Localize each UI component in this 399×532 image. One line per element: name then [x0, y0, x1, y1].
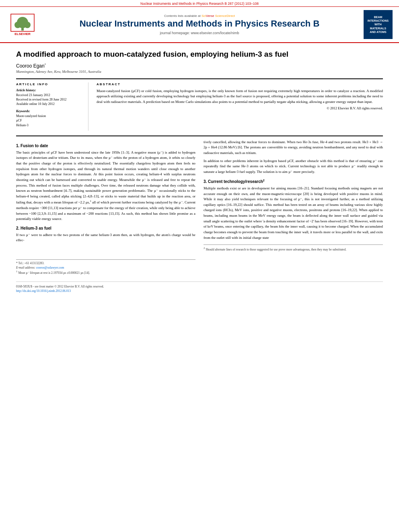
section2-para2: In addition to other problems inherent i…: [204, 158, 383, 175]
footnote1: 1 Mean µ⁻ lifespan at rest is 2.197034 µ…: [16, 270, 195, 275]
section2-heading: 2. Helium-3 as fuel: [16, 226, 195, 230]
body-columns: 1. Fusion to date The basic principles o…: [16, 140, 383, 275]
section2-para1: If two µ⁻ were to adhere to the two prot…: [16, 232, 195, 243]
article-title: A modified approach to muon-catalyzed fu…: [16, 49, 383, 60]
section-divider-top: [16, 78, 383, 79]
sci-text: Sci: [202, 14, 206, 18]
journal-title: Nuclear Instruments and Methods in Physi…: [39, 18, 360, 29]
section3-heading: 3. Current technology/research2: [204, 179, 383, 184]
footer-copyright: 0168-583X/$ - see front matter © 2012 El…: [16, 284, 383, 289]
keyword2: µCF: [16, 118, 83, 123]
page-footer: 0168-583X/$ - see front matter © 2012 El…: [16, 281, 383, 294]
copyright-text: © 2012 Elsevier B.V. All rights reserved…: [97, 106, 383, 110]
footnote-tel: * Tel.: +61 413132283.: [16, 261, 195, 266]
journal-citation: Nuclear Instruments and Methods in Physi…: [140, 2, 259, 6]
article-info-panel: ARTICLE INFO Article history: Received 2…: [16, 82, 88, 131]
author-name: Cooroo Egan*: [16, 63, 383, 69]
section1-para1: The basic principles of µCF have been un…: [16, 150, 195, 222]
received-date: Received 23 January 2012: [16, 93, 83, 97]
footnote-email: E-mail address: cooroo@ozlawyer.com: [16, 266, 195, 270]
footnote-divider-right: [204, 244, 383, 245]
abstract-panel: ABSTRACT Muon-catalyzed fusion (µCF) or …: [97, 82, 383, 131]
section-divider-bottom: [16, 136, 383, 136]
keywords-label: Keywords:: [16, 109, 83, 113]
author-sup: *: [45, 63, 46, 66]
right-logo-area: BEAMINTERACTIONSWITHMATERIALSAND ATOMS: [360, 10, 393, 39]
footnote2: 2 Should alternate lines of research to …: [204, 246, 383, 252]
author-affiliation: Mannington, Adeney Ave, Kew, Melbourne 3…: [16, 70, 383, 74]
beam-interactions-box: BEAMINTERACTIONSWITHMATERIALSAND ATOMS: [364, 10, 393, 39]
elsevier-label: ELSEVIER: [14, 32, 31, 36]
verse-text: Verse: [206, 14, 214, 18]
keyword1: Muon-catalyzed fusion: [16, 114, 83, 118]
footnotes-left: * Tel.: +61 413132283. E-mail address: c…: [16, 259, 195, 275]
revised-date: Received in revised form 28 June 2012: [16, 97, 83, 102]
keyword3: Helium-3: [16, 123, 83, 127]
journal-citation-bar: Nuclear Instruments and Methods in Physi…: [0, 0, 399, 7]
homepage-label: journal homepage: www.elsevier.com/locat…: [160, 31, 239, 35]
sd-text: ScienceDirect: [215, 14, 235, 18]
section2-continued: tively cancelled, allowing the nuclear f…: [204, 140, 383, 156]
info-abstract-section: ARTICLE INFO Article history: Received 2…: [16, 82, 383, 131]
abstract-text: Muon-catalyzed fusion (µCF) or cold fusi…: [97, 88, 383, 105]
main-content: A modified approach to muon-catalyzed fu…: [0, 43, 399, 302]
right-column: tively cancelled, allowing the nuclear f…: [204, 140, 383, 275]
article-history-block: Article history: Received 23 January 201…: [16, 88, 83, 107]
elsevier-tree-icon: [10, 14, 35, 32]
svg-point-2: [14, 22, 21, 28]
abstract-label: ABSTRACT: [97, 82, 383, 86]
journal-header: ELSEVIER Contents lists available at Sci…: [0, 7, 399, 43]
doi-link[interactable]: http://dx.doi.org/10.1016/j.nimb.2012.06…: [16, 289, 71, 293]
footnote-divider: [16, 259, 195, 260]
author-name-text: Cooroo Egan: [16, 63, 45, 69]
elsevier-logo: ELSEVIER: [6, 14, 39, 36]
available-date: Available online 10 July 2012: [16, 102, 83, 106]
journal-center-section: Contents lists available at SciVerse Sci…: [39, 14, 360, 35]
section3-para1: Multiple methods exist or are in develop…: [204, 186, 383, 240]
left-column: 1. Fusion to date The basic principles o…: [16, 140, 195, 275]
history-label: Article history:: [16, 88, 83, 92]
footnotes-right: 2 Should alternate lines of research to …: [204, 244, 383, 252]
article-info-label: ARTICLE INFO: [16, 82, 83, 86]
email-link[interactable]: cooroo@ozlawyer.com: [36, 266, 64, 269]
svg-point-3: [24, 22, 31, 28]
footer-doi: http://dx.doi.org/10.1016/j.nimb.2012.06…: [16, 289, 383, 293]
section1-heading: 1. Fusion to date: [16, 144, 195, 148]
journal-homepage: journal homepage: www.elsevier.com/locat…: [39, 31, 360, 35]
keywords-block: Keywords: Muon-catalyzed fusion µCF Heli…: [16, 109, 83, 127]
sciverse-label: Contents lists available at SciVerse Sci…: [39, 14, 360, 18]
